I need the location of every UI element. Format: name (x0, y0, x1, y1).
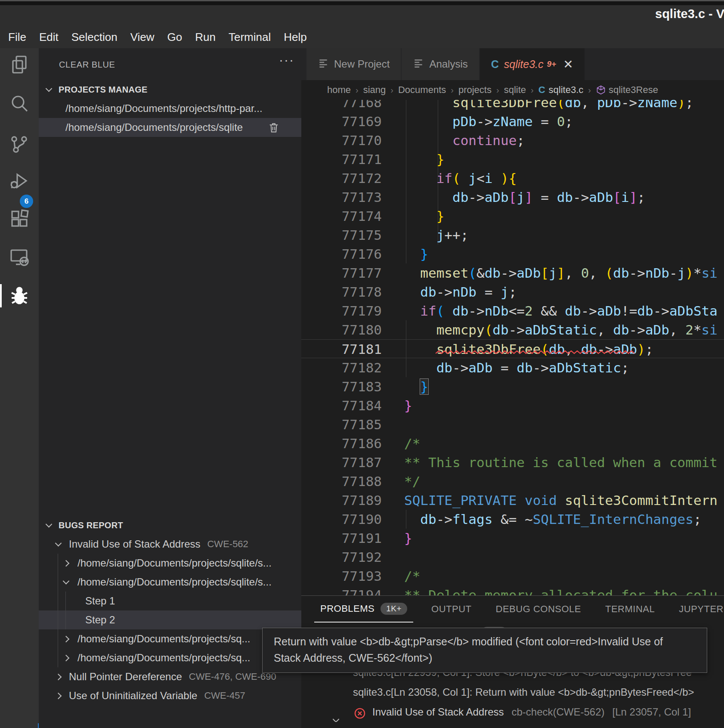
code-text: pDb->zName = 0; (382, 114, 573, 129)
search-icon[interactable] (9, 93, 30, 114)
c-file-icon: C (538, 84, 545, 96)
menu-run[interactable]: Run (189, 31, 222, 44)
code-line[interactable]: 77176 } (301, 245, 724, 263)
problem-row[interactable]: sqlite3.c[Ln 23058, Col 1]: Return with … (301, 682, 724, 702)
panel-tab-label: OUTPUT (431, 604, 471, 615)
panel-tab-problems[interactable]: PROBLEMS1K+ (314, 596, 413, 623)
problem-row[interactable]: Invalid Use of Stack Addresscb-check(CWE… (301, 702, 724, 722)
bug-report-icon[interactable] (9, 285, 30, 306)
problem-count-badge: 9+ (547, 59, 557, 69)
menu-help[interactable]: Help (277, 31, 313, 44)
panel-tab-terminal[interactable]: TERMINAL (599, 596, 661, 623)
tab-analysis[interactable]: Analysis (402, 48, 479, 80)
line-number: 77190 (301, 510, 382, 529)
code-line[interactable]: 77189SQLITE_PRIVATE void sqlite3CommitIn… (301, 491, 724, 510)
code-line[interactable]: 77191} (301, 529, 724, 548)
breadcrumb-item[interactable]: sqlite3Rese (609, 84, 658, 96)
menu-file[interactable]: File (2, 31, 33, 44)
bug-tree-row[interactable]: /home/siang/Documents/projects/sqlite/s.… (39, 573, 301, 592)
bug-tree-row[interactable]: Step 1 (39, 592, 301, 610)
panel-tab-debug-console[interactable]: DEBUG CONSOLE (490, 596, 587, 623)
bug-tree-row[interactable]: Step 2 (39, 610, 301, 629)
menubar: FileEditSelectionViewGoRunTerminalHelp (2, 26, 313, 48)
menu-view[interactable]: View (124, 31, 161, 44)
menu-terminal[interactable]: Terminal (222, 31, 277, 44)
code-line[interactable]: 77184} (301, 396, 724, 415)
source-control-icon[interactable] (9, 134, 30, 155)
breadcrumb-item[interactable]: sqlite3.c (549, 84, 584, 96)
trash-icon[interactable] (268, 121, 280, 133)
code-text: db->aDb[j] = db->aDb[i]; (382, 189, 645, 205)
code-text (382, 417, 404, 432)
breadcrumb-item[interactable]: projects (458, 84, 492, 96)
tab-sqlite3-c[interactable]: C sqlite3.c 9+ ✕ (480, 48, 585, 80)
code-line[interactable]: 77190 db->flags &= ~SQLITE_InternChanges… (301, 510, 724, 529)
menu-selection[interactable]: Selection (65, 31, 124, 44)
code-line[interactable]: 77180 memcpy(db->aDbStatic, db->aDb, 2*s… (301, 320, 724, 339)
code-line[interactable]: 77181 sqlite3DbFree(db, db->aDb); (301, 339, 724, 358)
panel-tab-jupyter[interactable]: JUPYTER (673, 596, 724, 623)
breadcrumb-item[interactable]: sqlite (504, 84, 526, 96)
remote-explorer-icon[interactable] (9, 247, 30, 267)
extensions-icon[interactable] (9, 208, 30, 229)
code-line[interactable]: 77192 (301, 548, 724, 567)
code-line[interactable]: 77175 j++; (301, 226, 724, 245)
breadcrumb-item[interactable]: home (327, 84, 351, 96)
code-line[interactable]: 77173 db->aDb[j] = db->aDb[i]; (301, 188, 724, 207)
code-text: if( j<i ){ (382, 170, 517, 186)
code-line[interactable]: 77177 memset(&db->aDb[j], 0, (db->nDb-j)… (301, 263, 724, 282)
bug-tree-row[interactable]: Use of Uninitialized VariableCWE-457 (39, 686, 301, 705)
close-icon[interactable]: ✕ (563, 57, 573, 71)
problem-row[interactable]: sqlite3.c[Ln 22959, Col 1]: Store <b>nBy… (301, 722, 724, 728)
projects-manage-header[interactable]: PROJECTS MANAGE (39, 80, 301, 99)
code-line[interactable]: 77178 db->nDb = j; (301, 282, 724, 301)
bug-tree-label: Null Pointer Dereference (69, 671, 182, 683)
more-actions-icon[interactable]: ··· (279, 55, 294, 67)
project-item-selected[interactable]: /home/siang/Documents/projects/sqlite (39, 118, 301, 137)
code-line[interactable]: 77185 (301, 415, 724, 434)
code-line[interactable]: 77174 } (301, 207, 724, 226)
section-header-label: BUGS REPORT (59, 520, 123, 530)
breadcrumb-item[interactable]: Documents (398, 84, 446, 96)
menu-go[interactable]: Go (161, 31, 189, 44)
code-line[interactable]: 77194** Delete memory allocated for the … (301, 585, 724, 595)
sidebar: CLEAR BLUE ··· PROJECTS MANAGE /home/sia… (39, 48, 301, 728)
code-line[interactable]: 77170 continue; (301, 131, 724, 150)
code-editor[interactable]: 77168 sqlite3DbFree(db, pDb->zName);7716… (301, 100, 724, 595)
code-line[interactable]: 77193/* (301, 567, 724, 585)
code-line[interactable]: 77187** This routine is called when a co… (301, 453, 724, 472)
code-text: ** Delete memory allocated for the colu (382, 587, 718, 595)
menu-edit[interactable]: Edit (33, 31, 65, 44)
code-line[interactable]: 77186/* (301, 434, 724, 453)
breadcrumb-item[interactable]: siang (363, 84, 386, 96)
code-line[interactable]: 77168 sqlite3DbFree(db, pDb->zName); (301, 100, 724, 112)
project-item[interactable]: /home/siang/Documents/projects/http-par.… (39, 99, 301, 118)
breadcrumb-separator: › (356, 85, 359, 95)
line-number: 77193 (301, 567, 382, 585)
window-title: sqlite3.c - V (655, 7, 724, 21)
panel-tab-output[interactable]: OUTPUT (425, 596, 477, 623)
code-line[interactable]: 77169 pDb->zName = 0; (301, 112, 724, 131)
code-line[interactable]: 77179 if( db->nDb<=2 && db->aDb!=db->aDb… (301, 301, 724, 320)
code-line[interactable]: 77171 } (301, 150, 724, 169)
line-number: 77184 (301, 396, 382, 415)
explorer-icon[interactable] (9, 54, 30, 75)
run-debug-icon[interactable] (9, 170, 30, 191)
tooltip-line: Stack Address, CWE-562</font>) (274, 650, 696, 666)
bug-tree-row[interactable]: Invalid Use of Stack AddressCWE-562 (39, 535, 301, 554)
breadcrumb-separator: › (588, 85, 591, 95)
code-line[interactable]: 77183 } (301, 377, 724, 396)
tab-new-project[interactable]: New Project (306, 48, 401, 80)
line-number: 77180 (301, 320, 382, 339)
bug-tree-row[interactable]: /home/siang/Documents/projects/sqlite/s.… (39, 554, 301, 573)
code-line[interactable]: 77182 db->aDb = db->aDbStatic; (301, 358, 724, 377)
code-text: /* (382, 436, 420, 451)
tree-indent-guide (58, 554, 58, 667)
problem-location: [Ln 23057, Col 1] (613, 706, 691, 718)
bug-tree-label: /home/siang/Documents/projects/sq... (77, 633, 251, 645)
panel-tabs: PROBLEMS1K+OUTPUTDEBUG CONSOLETERMINALJU… (314, 596, 724, 623)
code-line[interactable]: 77172 if( j<i ){ (301, 169, 724, 188)
bugs-report-header[interactable]: BUGS REPORT (39, 516, 301, 535)
code-line[interactable]: 77188*/ (301, 472, 724, 491)
list-icon (413, 58, 424, 71)
